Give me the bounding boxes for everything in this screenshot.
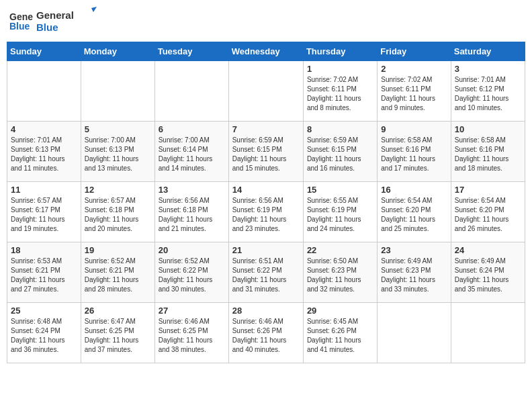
day-number: 22 bbox=[307, 245, 373, 255]
weekday-header-sunday: Sunday bbox=[7, 42, 81, 61]
day-number: 29 bbox=[307, 306, 373, 316]
weekday-header-friday: Friday bbox=[378, 42, 451, 61]
day-info: Sunrise: 6:47 AM Sunset: 6:25 PM Dayligh… bbox=[85, 317, 151, 355]
calendar-cell: 13Sunrise: 6:56 AM Sunset: 6:18 PM Dayli… bbox=[154, 182, 228, 242]
day-info: Sunrise: 6:59 AM Sunset: 6:15 PM Dayligh… bbox=[307, 136, 373, 173]
logo: General Blue General Blue bbox=[9, 7, 97, 36]
day-info: Sunrise: 6:57 AM Sunset: 6:18 PM Dayligh… bbox=[85, 196, 151, 234]
day-info: Sunrise: 6:58 AM Sunset: 6:16 PM Dayligh… bbox=[455, 136, 521, 173]
day-number: 11 bbox=[11, 185, 77, 195]
day-number: 12 bbox=[85, 185, 151, 195]
logo-svg: General Blue bbox=[36, 7, 97, 36]
day-number: 26 bbox=[85, 306, 151, 316]
day-info: Sunrise: 7:02 AM Sunset: 6:11 PM Dayligh… bbox=[381, 75, 447, 113]
svg-text:Blue: Blue bbox=[9, 21, 30, 32]
day-number: 2 bbox=[381, 64, 447, 74]
svg-text:General: General bbox=[36, 9, 74, 21]
calendar-cell: 18Sunrise: 6:53 AM Sunset: 6:21 PM Dayli… bbox=[7, 242, 81, 303]
calendar-cell: 2Sunrise: 7:02 AM Sunset: 6:11 PM Daylig… bbox=[378, 61, 451, 122]
day-number: 10 bbox=[455, 124, 521, 134]
calendar-cell: 27Sunrise: 6:46 AM Sunset: 6:25 PM Dayli… bbox=[154, 303, 228, 363]
day-number: 7 bbox=[232, 124, 300, 134]
calendar-cell: 17Sunrise: 6:54 AM Sunset: 6:20 PM Dayli… bbox=[451, 182, 525, 242]
calendar-cell bbox=[7, 61, 81, 122]
day-number: 14 bbox=[232, 185, 300, 195]
calendar-cell: 3Sunrise: 7:01 AM Sunset: 6:12 PM Daylig… bbox=[451, 61, 525, 122]
day-number: 17 bbox=[455, 185, 521, 195]
day-info: Sunrise: 6:59 AM Sunset: 6:15 PM Dayligh… bbox=[232, 136, 300, 173]
day-info: Sunrise: 6:57 AM Sunset: 6:17 PM Dayligh… bbox=[11, 196, 77, 234]
day-number: 5 bbox=[85, 124, 151, 134]
svg-text:Blue: Blue bbox=[36, 21, 58, 33]
calendar-cell bbox=[81, 61, 154, 122]
calendar-cell: 12Sunrise: 6:57 AM Sunset: 6:18 PM Dayli… bbox=[81, 182, 154, 242]
day-number: 15 bbox=[307, 185, 373, 195]
day-info: Sunrise: 6:54 AM Sunset: 6:20 PM Dayligh… bbox=[455, 196, 521, 234]
day-info: Sunrise: 6:52 AM Sunset: 6:21 PM Dayligh… bbox=[85, 257, 151, 294]
calendar-table: SundayMondayTuesdayWednesdayThursdayFrid… bbox=[7, 42, 525, 363]
day-info: Sunrise: 7:00 AM Sunset: 6:14 PM Dayligh… bbox=[159, 136, 225, 173]
calendar-cell: 7Sunrise: 6:59 AM Sunset: 6:15 PM Daylig… bbox=[228, 122, 303, 182]
day-info: Sunrise: 6:56 AM Sunset: 6:18 PM Dayligh… bbox=[159, 196, 225, 234]
weekday-header-thursday: Thursday bbox=[303, 42, 377, 61]
weekday-header-monday: Monday bbox=[81, 42, 154, 61]
calendar-cell: 4Sunrise: 7:01 AM Sunset: 6:13 PM Daylig… bbox=[7, 122, 81, 182]
day-info: Sunrise: 7:02 AM Sunset: 6:11 PM Dayligh… bbox=[307, 75, 373, 113]
week-row-3: 11Sunrise: 6:57 AM Sunset: 6:17 PM Dayli… bbox=[7, 182, 525, 242]
calendar-cell: 8Sunrise: 6:59 AM Sunset: 6:15 PM Daylig… bbox=[303, 122, 377, 182]
weekday-header-tuesday: Tuesday bbox=[154, 42, 228, 61]
day-number: 9 bbox=[381, 124, 447, 134]
weekday-header-wednesday: Wednesday bbox=[228, 42, 303, 61]
calendar-cell: 11Sunrise: 6:57 AM Sunset: 6:17 PM Dayli… bbox=[7, 182, 81, 242]
day-number: 20 bbox=[159, 245, 225, 255]
day-number: 16 bbox=[381, 185, 447, 195]
day-info: Sunrise: 6:54 AM Sunset: 6:20 PM Dayligh… bbox=[381, 196, 447, 234]
calendar-cell: 22Sunrise: 6:50 AM Sunset: 6:23 PM Dayli… bbox=[303, 242, 377, 303]
page-header: General Blue General Blue bbox=[7, 7, 525, 36]
day-info: Sunrise: 6:46 AM Sunset: 6:26 PM Dayligh… bbox=[232, 317, 300, 355]
calendar-cell: 28Sunrise: 6:46 AM Sunset: 6:26 PM Dayli… bbox=[228, 303, 303, 363]
day-info: Sunrise: 6:56 AM Sunset: 6:19 PM Dayligh… bbox=[232, 196, 300, 234]
day-info: Sunrise: 7:01 AM Sunset: 6:13 PM Dayligh… bbox=[11, 136, 77, 173]
calendar-cell: 5Sunrise: 7:00 AM Sunset: 6:13 PM Daylig… bbox=[81, 122, 154, 182]
calendar-cell: 25Sunrise: 6:48 AM Sunset: 6:24 PM Dayli… bbox=[7, 303, 81, 363]
day-number: 27 bbox=[159, 306, 225, 316]
day-number: 19 bbox=[85, 245, 151, 255]
day-info: Sunrise: 6:58 AM Sunset: 6:16 PM Dayligh… bbox=[381, 136, 447, 173]
day-info: Sunrise: 6:50 AM Sunset: 6:23 PM Dayligh… bbox=[307, 257, 373, 294]
day-number: 4 bbox=[11, 124, 77, 134]
calendar-cell: 14Sunrise: 6:56 AM Sunset: 6:19 PM Dayli… bbox=[228, 182, 303, 242]
calendar-cell bbox=[378, 303, 451, 363]
day-info: Sunrise: 6:51 AM Sunset: 6:22 PM Dayligh… bbox=[232, 257, 300, 294]
calendar-cell: 6Sunrise: 7:00 AM Sunset: 6:14 PM Daylig… bbox=[154, 122, 228, 182]
day-number: 24 bbox=[455, 245, 521, 255]
calendar-cell: 10Sunrise: 6:58 AM Sunset: 6:16 PM Dayli… bbox=[451, 122, 525, 182]
day-number: 28 bbox=[232, 306, 300, 316]
calendar-cell: 16Sunrise: 6:54 AM Sunset: 6:20 PM Dayli… bbox=[378, 182, 451, 242]
calendar-cell: 1Sunrise: 7:02 AM Sunset: 6:11 PM Daylig… bbox=[303, 61, 377, 122]
calendar-cell: 29Sunrise: 6:45 AM Sunset: 6:26 PM Dayli… bbox=[303, 303, 377, 363]
week-row-5: 25Sunrise: 6:48 AM Sunset: 6:24 PM Dayli… bbox=[7, 303, 525, 363]
weekday-header-row: SundayMondayTuesdayWednesdayThursdayFrid… bbox=[7, 42, 525, 61]
week-row-2: 4Sunrise: 7:01 AM Sunset: 6:13 PM Daylig… bbox=[7, 122, 525, 182]
day-number: 25 bbox=[11, 306, 77, 316]
day-number: 8 bbox=[307, 124, 373, 134]
day-number: 6 bbox=[159, 124, 225, 134]
day-info: Sunrise: 7:01 AM Sunset: 6:12 PM Dayligh… bbox=[455, 75, 521, 113]
calendar-cell: 20Sunrise: 6:52 AM Sunset: 6:22 PM Dayli… bbox=[154, 242, 228, 303]
day-info: Sunrise: 7:00 AM Sunset: 6:13 PM Dayligh… bbox=[85, 136, 151, 173]
calendar-cell bbox=[154, 61, 228, 122]
day-info: Sunrise: 6:48 AM Sunset: 6:24 PM Dayligh… bbox=[11, 317, 77, 355]
day-number: 23 bbox=[381, 245, 447, 255]
svg-marker-5 bbox=[91, 7, 97, 12]
calendar-cell: 24Sunrise: 6:49 AM Sunset: 6:24 PM Dayli… bbox=[451, 242, 525, 303]
week-row-4: 18Sunrise: 6:53 AM Sunset: 6:21 PM Dayli… bbox=[7, 242, 525, 303]
day-number: 3 bbox=[455, 64, 521, 74]
day-number: 13 bbox=[159, 185, 225, 195]
calendar-cell: 21Sunrise: 6:51 AM Sunset: 6:22 PM Dayli… bbox=[228, 242, 303, 303]
calendar-cell: 15Sunrise: 6:55 AM Sunset: 6:19 PM Dayli… bbox=[303, 182, 377, 242]
calendar-cell bbox=[451, 303, 525, 363]
day-info: Sunrise: 6:46 AM Sunset: 6:25 PM Dayligh… bbox=[159, 317, 225, 355]
calendar-cell: 26Sunrise: 6:47 AM Sunset: 6:25 PM Dayli… bbox=[81, 303, 154, 363]
calendar-cell: 9Sunrise: 6:58 AM Sunset: 6:16 PM Daylig… bbox=[378, 122, 451, 182]
